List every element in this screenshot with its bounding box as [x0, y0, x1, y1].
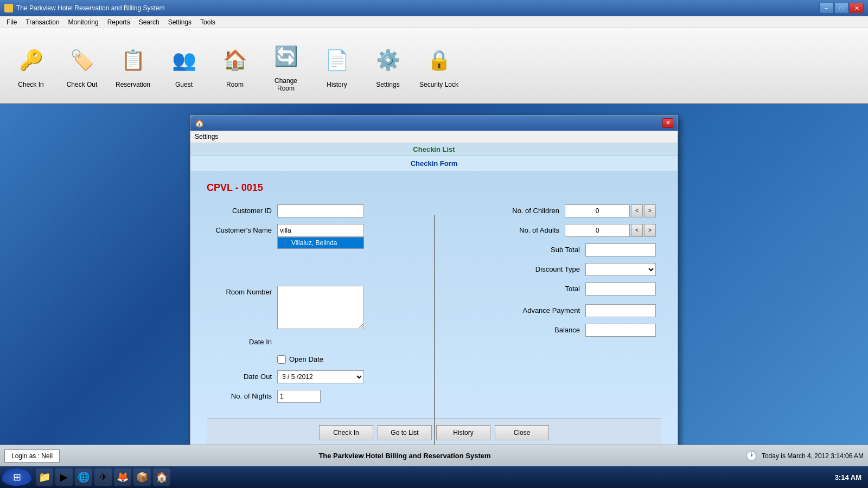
toolbar-check-out[interactable]: 🏷️ Check Out — [58, 33, 106, 98]
settings-icon: ⚙️ — [371, 43, 405, 78]
no-adults-decrement[interactable]: < — [631, 224, 643, 237]
taskbar: ⊞ 📁 ▶ 🌐 ✈ 🦊 📦 🏠 3:14 AM — [0, 466, 868, 488]
date-time-status: Today is March 4, 2012 3:14:06 AM — [762, 452, 864, 460]
autocomplete-item[interactable]: 👤 Villaluz, Belinda — [278, 237, 363, 248]
modal-body: CPVL - 0015 Customer ID Customer's Name — [190, 171, 678, 455]
total-label: Total — [515, 285, 585, 293]
checkin-list-tab[interactable]: Checkin List — [190, 143, 678, 156]
taskbar-ie-icon[interactable]: ✈ — [94, 468, 112, 486]
date-out-row: Date Out 3 / 5 /2012 — [207, 370, 413, 383]
date-in-label: Date In — [207, 336, 277, 349]
room-number-label: Room Number — [207, 286, 277, 299]
advance-payment-input[interactable] — [585, 304, 656, 317]
modal-menu: Settings — [190, 131, 678, 143]
statusbar: Login as : Neil The Parkview Hotel Billi… — [0, 445, 868, 466]
no-children-input[interactable] — [565, 204, 630, 217]
balance-row: Balance — [466, 324, 656, 337]
check-in-icon: 🔑 — [14, 43, 48, 78]
maximize-button[interactable]: □ — [834, 3, 848, 14]
toolbar-security-lock[interactable]: 🔒 Security Lock — [414, 33, 463, 98]
history-icon: 📄 — [320, 43, 354, 78]
balance-label: Balance — [515, 326, 585, 334]
go-to-list-button[interactable]: Go to List — [378, 425, 432, 440]
minimize-button[interactable]: − — [819, 3, 833, 14]
toolbar-room[interactable]: 🏠 Room — [210, 33, 259, 98]
modal-titlebar: 🏠 ✕ — [190, 115, 678, 131]
form-right-column: No. of Children < > No. of Adults < — [466, 204, 661, 343]
desktop: 🏠 ✕ Settings Checkin List Checkin Form C… — [0, 104, 868, 466]
check-out-icon: 🏷️ — [65, 43, 99, 78]
taskbar-files-icon[interactable]: 📦 — [133, 468, 151, 486]
reservation-icon: 📋 — [116, 43, 150, 78]
toolbar-reservation[interactable]: 📋 Reservation — [108, 33, 157, 98]
taskbar-firefox-icon[interactable]: 🦊 — [114, 468, 131, 486]
menu-file[interactable]: File — [2, 17, 21, 27]
menu-transaction[interactable]: Transaction — [21, 17, 63, 27]
no-nights-control — [277, 390, 413, 403]
login-status: Login as : Neil — [4, 450, 60, 463]
date-in-row: Date In — [207, 336, 413, 349]
toolbar-change-room[interactable]: 🔄 Change Room — [261, 33, 310, 98]
close-form-button[interactable]: Close — [495, 425, 549, 440]
no-adults-input[interactable] — [565, 224, 630, 237]
no-children-spinner: < > — [565, 204, 656, 217]
toolbar-check-in[interactable]: 🔑 Check In — [7, 33, 55, 98]
modal-close-button[interactable]: ✕ — [662, 118, 673, 128]
start-button[interactable]: ⊞ — [2, 468, 31, 486]
customer-name-input[interactable] — [277, 224, 364, 237]
no-children-decrement[interactable]: < — [631, 204, 643, 217]
right-status: 🕐 Today is March 4, 2012 3:14:06 AM — [745, 450, 864, 462]
total-input[interactable] — [585, 282, 656, 296]
taskbar-media-icon[interactable]: ▶ — [55, 468, 73, 486]
toolbar: 🔑 Check In 🏷️ Check Out 📋 Reservation 👥 … — [0, 28, 868, 104]
taskbar-icons: 📁 ▶ 🌐 ✈ 🦊 📦 🏠 — [36, 468, 170, 486]
person-icon: 👤 — [281, 239, 289, 247]
check-in-button[interactable]: Check In — [319, 425, 373, 440]
toolbar-settings[interactable]: ⚙️ Settings — [363, 33, 412, 98]
advance-payment-row: Advance Payment — [466, 304, 656, 317]
menu-bar: File Transaction Monitoring Reports Sear… — [0, 16, 868, 28]
no-nights-label: No. of Nights — [207, 390, 277, 403]
subtotal-row: Sub Total — [466, 243, 656, 256]
menu-settings[interactable]: Settings — [164, 17, 196, 27]
check-out-label: Check Out — [67, 81, 98, 88]
taskbar-home-icon[interactable]: 🏠 — [153, 468, 170, 486]
menu-tools[interactable]: Tools — [196, 17, 220, 27]
room-label: Room — [226, 81, 244, 88]
menu-reports[interactable]: Reports — [103, 17, 135, 27]
form-left-column: Customer ID Customer's Name 👤 — [207, 204, 413, 409]
customer-id-input[interactable] — [277, 204, 364, 217]
room-number-control — [277, 286, 413, 329]
open-date-checkbox[interactable] — [277, 355, 286, 364]
no-adults-increment[interactable]: > — [644, 224, 656, 237]
menu-monitoring[interactable]: Monitoring — [64, 17, 103, 27]
menu-search[interactable]: Search — [135, 17, 164, 27]
security-lock-icon: 🔒 — [422, 43, 456, 78]
history-button[interactable]: History — [436, 425, 490, 440]
customer-name-row: Customer's Name 👤 Villaluz, Belinda — [207, 224, 413, 237]
autocomplete-item-label: Villaluz, Belinda — [291, 239, 337, 247]
customer-id-label: Customer ID — [207, 204, 277, 217]
subtotal-label: Sub Total — [515, 246, 585, 254]
date-out-select[interactable]: 3 / 5 /2012 — [277, 370, 364, 383]
modal-menu-label: Settings — [195, 133, 218, 140]
date-out-control: 3 / 5 /2012 — [277, 370, 413, 383]
open-date-row: Open Date — [277, 355, 413, 364]
room-number-input[interactable] — [277, 286, 364, 329]
no-nights-input[interactable] — [277, 390, 321, 403]
close-button[interactable]: ✕ — [850, 3, 864, 14]
subtotal-input[interactable] — [585, 243, 656, 256]
toolbar-history[interactable]: 📄 History — [312, 33, 361, 98]
date-out-label: Date Out — [207, 370, 277, 383]
balance-input[interactable] — [585, 324, 656, 337]
taskbar-folder-icon[interactable]: 📁 — [36, 468, 53, 486]
open-date-label: Open Date — [289, 355, 323, 363]
taskbar-browser-icon[interactable]: 🌐 — [75, 468, 92, 486]
customer-id-row: Customer ID — [207, 204, 413, 217]
record-id: CPVL - 0015 — [207, 182, 661, 194]
discount-label: Discount Type — [515, 265, 585, 273]
discount-select[interactable] — [585, 263, 656, 276]
no-children-increment[interactable]: > — [644, 204, 656, 217]
security-lock-label: Security Lock — [419, 81, 458, 88]
toolbar-guest[interactable]: 👥 Guest — [159, 33, 208, 98]
